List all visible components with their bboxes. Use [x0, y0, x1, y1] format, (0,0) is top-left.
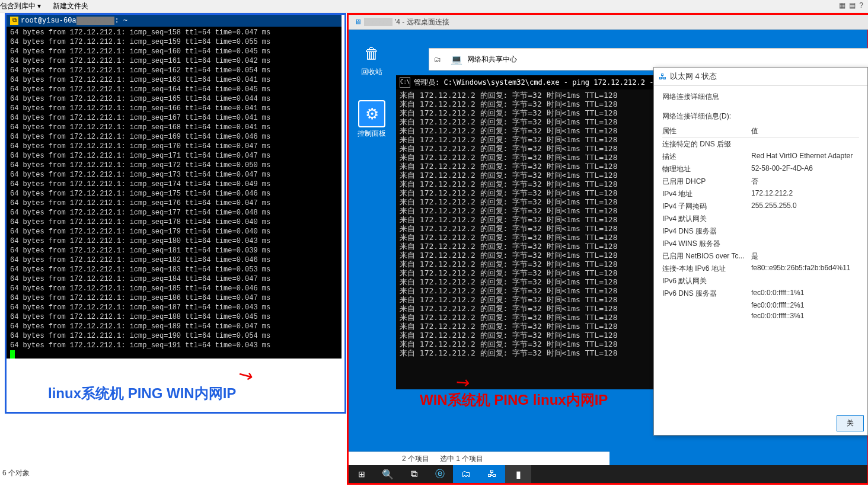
toolbar-include[interactable]: 包含到库中 ▾: [0, 1, 41, 11]
recycle-bin[interactable]: 🗑 回收站: [351, 41, 392, 77]
cmd-window[interactable]: C:\ 管理员: C:\Windows\system32\cmd.exe - p…: [396, 75, 693, 389]
status-selected-count: 选中 1 个项目: [440, 454, 483, 464]
task-view-button[interactable]: ⧉: [401, 465, 427, 483]
view-tiles-icon[interactable]: ▦: [839, 1, 845, 9]
start-button[interactable]: ⊞: [349, 465, 375, 483]
table-row: IPv4 WINS 服务器: [662, 238, 859, 250]
explorer-breadcrumb[interactable]: 网络和共享中心: [467, 55, 517, 65]
putty-titlebar[interactable]: ⧉ root@yisu-60axxxxxxxxx: ~: [7, 15, 342, 27]
host-toolbar: 包含到库中 ▾ 新建文件夹: [0, 0, 868, 12]
table-header-prop: 属性: [662, 125, 751, 138]
host-statusbar: 6 个对象: [2, 468, 30, 478]
cmd-titlebar[interactable]: C:\ 管理员: C:\Windows\system32\cmd.exe - p…: [396, 75, 693, 89]
ethernet-status-dialog[interactable]: 🖧 以太网 4 状态 网络连接详细信息 网络连接详细信息(D): 属性 值 连接…: [653, 67, 868, 436]
table-row: 连接-本地 IPv6 地址fe80::e95b:26b5:fa2b:b6d4%1…: [662, 263, 859, 275]
table-row: IPv6 默认网关: [662, 275, 859, 287]
recycle-bin-icon: 🗑: [359, 41, 384, 66]
control-panel-icon: ⚙: [358, 100, 385, 127]
taskbar-app-cmd[interactable]: ▮: [505, 465, 531, 483]
rdp-icon: 🖥: [355, 18, 362, 26]
explorer-statusbar: 2 个项目 选中 1 个项目: [349, 452, 609, 465]
help-icon[interactable]: ?: [859, 1, 863, 9]
explorer-app-icon: 🗂: [434, 55, 441, 63]
remote-desktop[interactable]: 🗑 回收站 ⚙ 控制面板 🗂 💻 网络和共享中心 C:\ 管理员: C:\Win…: [349, 29, 867, 483]
table-row: IPv4 地址172.12.212.2: [662, 188, 859, 200]
cmd-icon: C:\: [400, 77, 410, 88]
control-panel-label: 控制面板: [351, 129, 392, 139]
dialog-section-title: 网络连接详细信息: [662, 92, 859, 102]
annotation-arrow-icon: ↘: [234, 362, 257, 388]
network-details-table: 属性 值 连接特定的 DNS 后缀描述Red Hat VirtIO Ethern…: [662, 125, 859, 321]
dialog-title-text: 以太网 4 状态: [670, 71, 717, 82]
cmd-title-text: 管理员: C:\Windows\system32\cmd.exe - ping …: [414, 75, 658, 89]
table-row: 物理地址52-58-00-2F-4D-A6: [662, 163, 859, 175]
close-button[interactable]: 关: [837, 415, 864, 431]
dialog-titlebar[interactable]: 🖧 以太网 4 状态: [654, 68, 867, 86]
table-row: fec0:0:0:ffff::3%1: [662, 311, 859, 321]
cmd-terminal-body[interactable]: 来自 172.12.212.2 的回复: 字节=32 时间<1ms TTL=12…: [396, 89, 693, 388]
right-caption: WIN系统机 PING linux内网IP: [420, 391, 608, 409]
putty-icon: ⧉: [10, 17, 18, 25]
right-windows-panel: 🖥 xxxxxxxx '4 - 远程桌面连接 🗑 回收站 ⚙ 控制面板 🗂 💻 …: [347, 13, 868, 485]
table-row: 已启用 NetBIOS over Tc...是: [662, 250, 859, 263]
putty-window[interactable]: ⧉ root@yisu-60axxxxxxxxx: ~ 64 bytes fro…: [7, 15, 342, 359]
table-row: 连接特定的 DNS 后缀: [662, 138, 859, 151]
table-row: fec0:0:0:ffff::2%1: [662, 300, 859, 311]
left-caption: linux系统机 PING WIN内网IP: [48, 384, 236, 403]
toolbar-right: ▦ ▤ ?: [839, 1, 863, 9]
ethernet-icon: 🖧: [659, 72, 666, 81]
putty-terminal-body[interactable]: 64 bytes from 172.12.212.1: icmp_seq=158…: [7, 27, 342, 360]
taskbar-app-explorer[interactable]: 🗂: [453, 465, 479, 483]
dialog-d-label: 网络连接详细信息(D):: [662, 111, 859, 121]
toolbar-newfolder[interactable]: 新建文件夹: [53, 1, 88, 11]
rdp-titlebar[interactable]: 🖥 xxxxxxxx '4 - 远程桌面连接: [349, 15, 868, 30]
table-row: 描述Red Hat VirtIO Ethernet Adapter: [662, 151, 859, 163]
table-row: 已启用 DHCP否: [662, 175, 859, 188]
table-row: IPv4 DNS 服务器: [662, 225, 859, 238]
table-row: IPv4 子网掩码255.255.255.0: [662, 200, 859, 213]
table-header-val: 值: [751, 125, 859, 138]
table-row: IPv6 DNS 服务器fec0:0:0:ffff::1%1: [662, 287, 859, 300]
recycle-bin-label: 回收站: [351, 67, 392, 77]
search-button[interactable]: 🔍: [375, 465, 401, 483]
ie-button[interactable]: ⓔ: [427, 465, 453, 483]
control-panel[interactable]: ⚙ 控制面板: [351, 100, 392, 139]
view-list-icon[interactable]: ▤: [849, 1, 856, 9]
taskbar-app-network[interactable]: 🖧: [479, 465, 505, 483]
left-linux-panel: ⧉ root@yisu-60axxxxxxxxx: ~ 64 bytes fro…: [5, 13, 346, 414]
status-item-count: 2 个项目: [402, 454, 429, 464]
rdp-title-text: '4 - 远程桌面连接: [395, 17, 449, 27]
network-center-icon: 💻: [451, 54, 462, 65]
windows-taskbar[interactable]: ⊞ 🔍 ⧉ ⓔ 🗂 🖧 ▮: [349, 465, 867, 483]
table-row: IPv4 默认网关: [662, 213, 859, 225]
putty-title-text: root@yisu-60axxxxxxxxx: ~: [21, 15, 127, 27]
